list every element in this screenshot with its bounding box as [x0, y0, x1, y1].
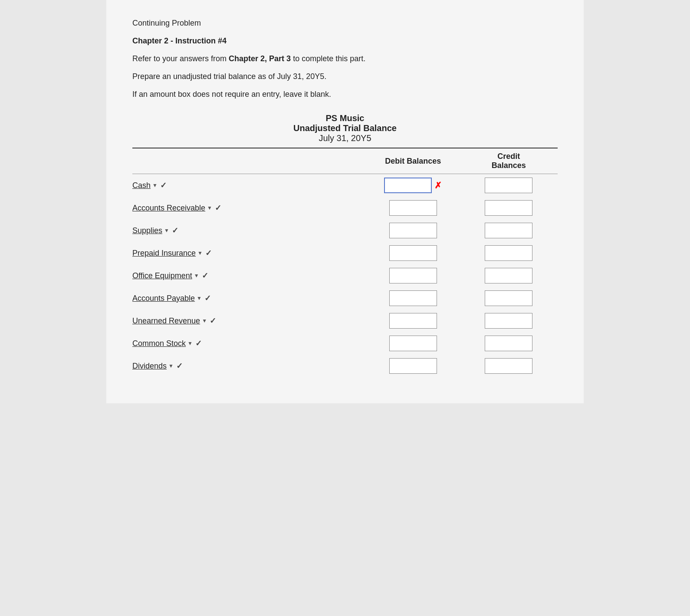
table-row: Dividends▼✓	[132, 355, 558, 377]
table-row: Unearned Revenue▼✓	[132, 310, 558, 332]
debit-cell	[366, 310, 460, 332]
line5: If an amount box does not require an ent…	[132, 89, 558, 100]
debit-input[interactable]	[389, 313, 437, 329]
account-col-header	[132, 148, 366, 174]
credit-input[interactable]	[485, 313, 532, 329]
table-row: Common Stock▼✓	[132, 332, 558, 355]
column-headers: Debit Balances CreditBalances	[132, 148, 558, 174]
credit-cell	[460, 219, 558, 242]
debit-cell	[366, 287, 460, 310]
line2: Chapter 2 - Instruction #4	[132, 35, 558, 47]
company-name: PS Music	[132, 113, 558, 123]
account-label-cell: Common Stock▼✓	[132, 332, 366, 355]
table-title: Unadjusted Trial Balance	[132, 123, 558, 133]
debit-input[interactable]	[389, 358, 437, 374]
account-label-cell: Accounts Receivable▼✓	[132, 197, 366, 219]
credit-input[interactable]	[485, 268, 532, 283]
dropdown-arrow-icon[interactable]: ▼	[168, 363, 174, 369]
dropdown-arrow-icon[interactable]: ▼	[187, 340, 193, 346]
account-dropdown[interactable]: Supplies▼	[132, 226, 169, 235]
account-label-cell: Prepaid Insurance▼✓	[132, 242, 366, 264]
dropdown-arrow-icon[interactable]: ▼	[197, 295, 202, 301]
debit-input[interactable]	[389, 245, 437, 261]
check-icon[interactable]: ✓	[195, 339, 202, 348]
dropdown-arrow-icon[interactable]: ▼	[207, 205, 212, 211]
debit-col-header: Debit Balances	[366, 148, 460, 174]
debit-cell	[366, 242, 460, 264]
check-icon[interactable]: ✓	[160, 181, 167, 190]
account-dropdown[interactable]: Dividends▼	[132, 362, 174, 371]
credit-cell	[460, 287, 558, 310]
account-label-cell: Cash▼✓	[132, 174, 366, 197]
credit-input[interactable]	[485, 245, 532, 261]
account-name: Common Stock	[132, 339, 186, 348]
debit-input[interactable]	[384, 178, 432, 193]
debit-input[interactable]	[389, 223, 437, 238]
credit-input[interactable]	[485, 223, 532, 238]
line4: Prepare an unadjusted trial balance as o…	[132, 71, 558, 82]
credit-input[interactable]	[485, 358, 532, 374]
account-dropdown[interactable]: Unearned Revenue▼	[132, 316, 207, 326]
check-icon[interactable]: ✓	[205, 248, 212, 258]
account-label-cell: Unearned Revenue▼✓	[132, 310, 366, 332]
account-dropdown[interactable]: Accounts Payable▼	[132, 294, 202, 303]
account-name: Dividends	[132, 362, 167, 371]
dropdown-arrow-icon[interactable]: ▼	[194, 273, 199, 279]
x-mark-icon: ✗	[434, 180, 442, 191]
table-row: Prepaid Insurance▼✓	[132, 242, 558, 264]
dropdown-arrow-icon[interactable]: ▼	[164, 227, 169, 234]
check-icon[interactable]: ✓	[204, 293, 211, 303]
credit-cell	[460, 197, 558, 219]
account-name: Accounts Receivable	[132, 204, 205, 213]
table-row: Office Equipment▼✓	[132, 264, 558, 287]
credit-input[interactable]	[485, 336, 532, 351]
check-icon[interactable]: ✓	[202, 271, 208, 280]
line3-prefix: Refer to your answers from	[132, 54, 229, 63]
account-dropdown[interactable]: Cash▼	[132, 181, 158, 190]
credit-input[interactable]	[485, 290, 532, 306]
debit-cell	[366, 197, 460, 219]
line3: Refer to your answers from Chapter 2, Pa…	[132, 53, 558, 65]
dropdown-arrow-icon[interactable]: ▼	[202, 318, 207, 324]
debit-cell	[366, 219, 460, 242]
account-label-cell: Accounts Payable▼✓	[132, 287, 366, 310]
line1: Continuing Problem	[132, 17, 558, 29]
line3-suffix: to complete this part.	[291, 54, 365, 63]
check-icon[interactable]: ✓	[215, 203, 221, 213]
table-header: PS Music Unadjusted Trial Balance July 3…	[132, 113, 558, 143]
table-date: July 31, 20Y5	[132, 133, 558, 143]
account-name: Cash	[132, 181, 151, 190]
table-row: Supplies▼✓	[132, 219, 558, 242]
check-icon[interactable]: ✓	[176, 361, 183, 371]
credit-cell	[460, 332, 558, 355]
account-label-cell: Dividends▼✓	[132, 355, 366, 377]
account-name: Unearned Revenue	[132, 316, 200, 326]
credit-col-header: CreditBalances	[460, 148, 558, 174]
account-name: Accounts Payable	[132, 294, 195, 303]
account-dropdown[interactable]: Prepaid Insurance▼	[132, 249, 203, 258]
debit-cell	[366, 355, 460, 377]
credit-cell	[460, 310, 558, 332]
dropdown-arrow-icon[interactable]: ▼	[197, 250, 203, 256]
debit-input[interactable]	[389, 268, 437, 283]
debit-input[interactable]	[389, 290, 437, 306]
credit-input[interactable]	[485, 178, 532, 193]
credit-cell	[460, 174, 558, 197]
account-name: Prepaid Insurance	[132, 249, 196, 258]
header-section: Continuing Problem Chapter 2 - Instructi…	[132, 17, 558, 100]
account-name: Supplies	[132, 226, 162, 235]
account-dropdown[interactable]: Accounts Receivable▼	[132, 204, 212, 213]
debit-input[interactable]	[389, 200, 437, 216]
line3-bold: Chapter 2, Part 3	[229, 54, 291, 63]
credit-input[interactable]	[485, 200, 532, 216]
check-icon[interactable]: ✓	[172, 226, 178, 235]
account-label-cell: Supplies▼✓	[132, 219, 366, 242]
debit-input[interactable]	[389, 336, 437, 351]
check-icon[interactable]: ✓	[210, 316, 216, 326]
account-dropdown[interactable]: Common Stock▼	[132, 339, 193, 348]
dropdown-arrow-icon[interactable]: ▼	[152, 182, 158, 188]
account-dropdown[interactable]: Office Equipment▼	[132, 271, 199, 280]
trial-balance-table: Debit Balances CreditBalances Cash▼✓✗Acc…	[132, 148, 558, 377]
debit-cell: ✗	[366, 174, 460, 197]
credit-cell	[460, 264, 558, 287]
